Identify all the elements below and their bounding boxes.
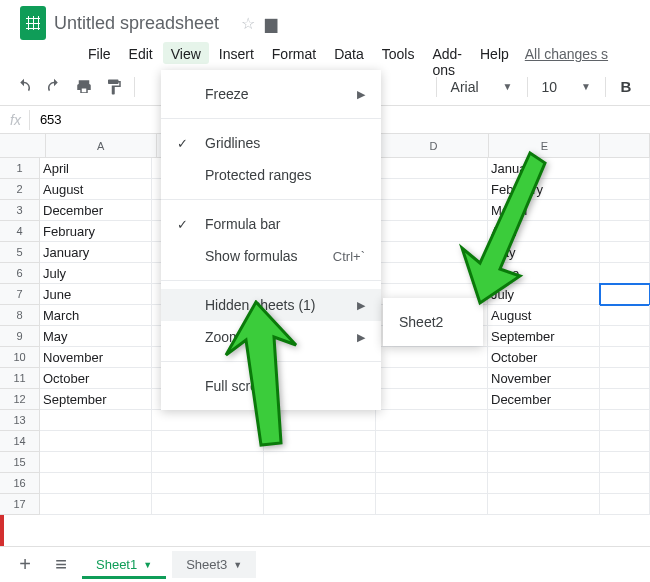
row-header[interactable]: 10 [0, 347, 40, 368]
cell[interactable] [488, 452, 600, 473]
menu-protected-ranges[interactable]: Protected ranges [161, 159, 381, 191]
cell[interactable] [488, 494, 600, 515]
cell[interactable] [600, 473, 650, 494]
cell[interactable]: November [40, 347, 152, 368]
row-header[interactable]: 3 [0, 200, 40, 221]
cell[interactable] [600, 452, 650, 473]
cell[interactable] [264, 473, 376, 494]
row-header[interactable]: 12 [0, 389, 40, 410]
cell[interactable] [264, 452, 376, 473]
menu-addons[interactable]: Add-ons [424, 42, 470, 64]
font-family-select[interactable]: Arial▼ [443, 79, 521, 95]
menu-tools[interactable]: Tools [374, 42, 423, 64]
sheets-logo-icon[interactable] [20, 6, 46, 40]
cell[interactable] [488, 410, 600, 431]
cell[interactable] [600, 431, 650, 452]
cell[interactable] [600, 326, 650, 347]
cell[interactable] [152, 473, 264, 494]
row-header[interactable]: 7 [0, 284, 40, 305]
row-header[interactable]: 4 [0, 221, 40, 242]
cell[interactable] [600, 305, 650, 326]
menu-freeze[interactable]: Freeze▶ [161, 78, 381, 110]
cell[interactable] [600, 494, 650, 515]
sheet-tab-sheet1[interactable]: Sheet1▼ [82, 551, 166, 578]
cell[interactable] [264, 494, 376, 515]
cell[interactable]: November [488, 368, 600, 389]
cell[interactable] [600, 284, 650, 305]
cell[interactable]: December [488, 389, 600, 410]
changes-saved-link[interactable]: All changes s [519, 42, 608, 64]
row-header[interactable]: 13 [0, 410, 40, 431]
row-header[interactable]: 6 [0, 263, 40, 284]
cell[interactable] [600, 158, 650, 179]
cell[interactable] [40, 473, 152, 494]
cell[interactable] [376, 410, 488, 431]
cell[interactable] [376, 389, 488, 410]
cell[interactable] [376, 473, 488, 494]
star-icon[interactable]: ☆ [241, 14, 255, 33]
column-header[interactable]: A [46, 134, 157, 157]
row-header[interactable]: 1 [0, 158, 40, 179]
cell[interactable] [40, 431, 152, 452]
print-button[interactable] [70, 73, 98, 101]
cell[interactable] [40, 452, 152, 473]
cell[interactable]: August [40, 179, 152, 200]
all-sheets-button[interactable]: ≡ [46, 551, 76, 579]
cell[interactable] [40, 410, 152, 431]
folder-icon[interactable]: ▆ [265, 14, 277, 33]
cell[interactable] [376, 431, 488, 452]
cell[interactable] [600, 221, 650, 242]
cell[interactable]: July [40, 263, 152, 284]
cell[interactable]: January [40, 242, 152, 263]
column-header[interactable] [600, 134, 650, 157]
cell[interactable] [376, 347, 488, 368]
cell[interactable] [600, 179, 650, 200]
menu-file[interactable]: File [80, 42, 119, 64]
menu-data[interactable]: Data [326, 42, 372, 64]
bold-button[interactable]: B [612, 73, 640, 101]
cell[interactable] [488, 473, 600, 494]
cell[interactable] [600, 263, 650, 284]
cell[interactable]: December [40, 200, 152, 221]
row-header[interactable]: 5 [0, 242, 40, 263]
cell[interactable] [600, 389, 650, 410]
menu-view[interactable]: View [163, 42, 209, 64]
menu-format[interactable]: Format [264, 42, 324, 64]
row-header[interactable]: 16 [0, 473, 40, 494]
cell[interactable] [152, 452, 264, 473]
cell[interactable] [376, 368, 488, 389]
cell[interactable] [600, 200, 650, 221]
cell[interactable]: September [488, 326, 600, 347]
redo-button[interactable] [40, 73, 68, 101]
cell[interactable]: March [40, 305, 152, 326]
cell[interactable]: October [40, 368, 152, 389]
cell[interactable] [376, 452, 488, 473]
row-header[interactable]: 14 [0, 431, 40, 452]
row-header[interactable]: 17 [0, 494, 40, 515]
cell[interactable] [488, 431, 600, 452]
cell[interactable]: February [40, 221, 152, 242]
row-header[interactable]: 2 [0, 179, 40, 200]
cell[interactable] [600, 368, 650, 389]
cell[interactable]: June [40, 284, 152, 305]
undo-button[interactable] [10, 73, 38, 101]
cell[interactable]: May [40, 326, 152, 347]
menu-gridlines[interactable]: ✓Gridlines [161, 127, 381, 159]
cell[interactable]: September [40, 389, 152, 410]
cell[interactable]: October [488, 347, 600, 368]
sheet-tab-sheet3[interactable]: Sheet3▼ [172, 551, 256, 578]
cell[interactable] [600, 347, 650, 368]
cell[interactable] [600, 410, 650, 431]
row-header[interactable]: 11 [0, 368, 40, 389]
menu-insert[interactable]: Insert [211, 42, 262, 64]
row-header[interactable]: 8 [0, 305, 40, 326]
cell[interactable] [40, 494, 152, 515]
cell[interactable] [376, 494, 488, 515]
row-header[interactable]: 9 [0, 326, 40, 347]
cell[interactable] [600, 242, 650, 263]
menu-help[interactable]: Help [472, 42, 517, 64]
document-title[interactable]: Untitled spreadsheet [54, 13, 219, 34]
cell[interactable] [152, 494, 264, 515]
menu-formula-bar[interactable]: ✓Formula bar [161, 208, 381, 240]
menu-edit[interactable]: Edit [121, 42, 161, 64]
